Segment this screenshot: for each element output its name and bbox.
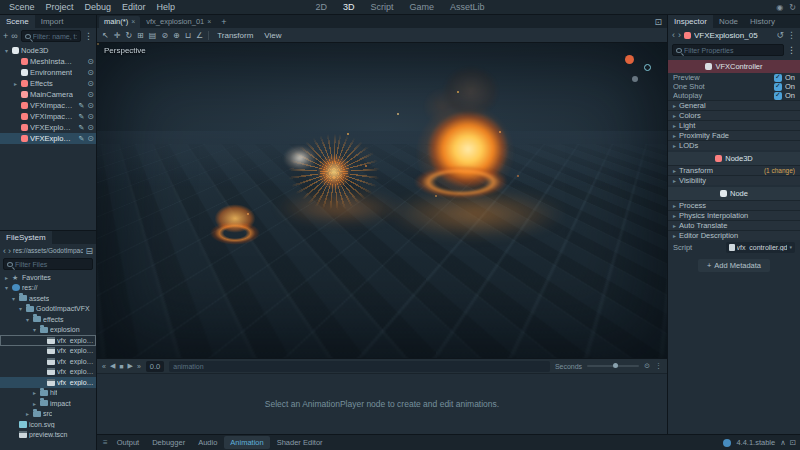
- filesystem-item[interactable]: preview.tscn: [0, 430, 96, 441]
- scene-filter-box[interactable]: [21, 30, 81, 42]
- category-node[interactable]: Node: [668, 187, 800, 200]
- stop-icon[interactable]: ■: [119, 363, 123, 370]
- scene-tree-node[interactable]: VFXImpact_03 ✎ ⊙: [0, 111, 96, 122]
- category-vfxcontroller[interactable]: VFXController: [668, 60, 800, 73]
- scene-tree-node[interactable]: ▾ Node3D ✎ ⊙: [0, 45, 96, 56]
- bottom-panel-list-icon[interactable]: ≡: [101, 438, 110, 447]
- expand-arrow-icon[interactable]: ▸: [12, 80, 19, 87]
- filesystem-item[interactable]: ▸ Favorites: [0, 272, 96, 283]
- visibility-toggle-icon[interactable]: ⊙: [87, 101, 94, 110]
- scene-tab[interactable]: vfx_explosion_01 ×: [141, 16, 216, 28]
- scene-filter-input[interactable]: [33, 33, 77, 40]
- inspector-dock-tab[interactable]: Inspector: [668, 15, 713, 28]
- workspace-button[interactable]: 3D: [339, 2, 359, 12]
- workspace-button[interactable]: 2D: [311, 2, 331, 12]
- edit-menu-icon[interactable]: ⋮: [655, 362, 662, 370]
- checkbox[interactable]: [774, 74, 782, 82]
- go-to-end-icon[interactable]: »: [137, 363, 141, 370]
- inspector-section[interactable]: Auto Translate: [668, 220, 800, 230]
- inspector-section[interactable]: Physics Interpolation: [668, 210, 800, 220]
- inspector-section[interactable]: Light: [668, 120, 800, 130]
- workspace-button[interactable]: Game: [406, 2, 439, 12]
- filesystem-item[interactable]: vfx_explosion_04.tscn: [0, 367, 96, 378]
- expand-arrow-icon[interactable]: ▾: [24, 316, 31, 323]
- inspector-dock-tab[interactable]: History: [744, 15, 781, 28]
- script-dropdown[interactable]: vfx_controller.gd ▾: [726, 242, 796, 253]
- filesystem-dock-tab[interactable]: FileSystem: [0, 231, 52, 244]
- bottom-panel-tab[interactable]: Debugger: [146, 436, 191, 449]
- nav-back-icon[interactable]: ‹: [3, 246, 6, 256]
- filesystem-item[interactable]: ▾ GodotImpactVFX: [0, 304, 96, 315]
- menu-item[interactable]: Project: [41, 1, 79, 13]
- inspector-section[interactable]: Editor Description: [668, 230, 800, 240]
- filesystem-item[interactable]: icon.svg: [0, 419, 96, 430]
- scene-tab[interactable]: main(*) ×: [99, 16, 140, 28]
- axis-y-handle[interactable]: [644, 64, 651, 71]
- expand-arrow-icon[interactable]: ▸: [31, 400, 38, 407]
- checkbox[interactable]: [774, 92, 782, 100]
- expand-arrow-icon[interactable]: ▾: [3, 284, 10, 291]
- inspector-section[interactable]: LODs: [668, 140, 800, 150]
- inspector-section[interactable]: Colors: [668, 110, 800, 120]
- filesystem-item[interactable]: ▸ impact: [0, 398, 96, 409]
- ruler-tool-icon[interactable]: ∠: [196, 31, 203, 40]
- visibility-toggle-icon[interactable]: ⊙: [87, 90, 94, 99]
- scene-dock-tab[interactable]: Import: [35, 15, 70, 28]
- history-forward-icon[interactable]: ›: [678, 30, 681, 40]
- visibility-toggle-icon[interactable]: ⊙: [87, 123, 94, 132]
- viewport-menu[interactable]: Transform: [214, 31, 256, 40]
- inspector-section[interactable]: Transform (1 change): [668, 165, 800, 175]
- bottom-panel-tab[interactable]: Output: [111, 436, 146, 449]
- menu-item[interactable]: Scene: [4, 1, 40, 13]
- group-nodes-icon[interactable]: ⊔: [185, 31, 191, 40]
- close-tab-icon[interactable]: ×: [131, 18, 135, 25]
- menu-item[interactable]: Editor: [117, 1, 151, 13]
- filter-menu-icon[interactable]: ⋮: [787, 45, 796, 55]
- expand-arrow-icon[interactable]: ▾: [31, 326, 38, 333]
- scene-tree-node[interactable]: ▸ Effects ✎ ⊙: [0, 78, 96, 89]
- play-icon[interactable]: ▶: [128, 362, 133, 370]
- bottom-panel-tab[interactable]: Shader Editor: [271, 436, 329, 449]
- inspector-section[interactable]: General: [668, 100, 800, 110]
- viewport-menu[interactable]: View: [261, 31, 284, 40]
- inspector-section[interactable]: Process: [668, 200, 800, 210]
- attached-script-icon[interactable]: ✎: [78, 113, 84, 121]
- toggle-split-mode-icon[interactable]: ⊟: [85, 246, 93, 256]
- expand-arrow-icon[interactable]: ▸: [31, 389, 38, 396]
- workspace-button[interactable]: AssetLib: [446, 2, 489, 12]
- history-list-icon[interactable]: ↺: [776, 30, 784, 40]
- visibility-toggle-icon[interactable]: ⊙: [87, 134, 94, 143]
- select-tool-icon[interactable]: ↖: [102, 31, 109, 40]
- expand-arrow-icon[interactable]: ▸: [3, 274, 10, 281]
- scene-dock-tab[interactable]: Scene: [0, 15, 35, 28]
- category-node3d[interactable]: Node3D: [668, 152, 800, 165]
- scene-tree-node[interactable]: MeshInstance3D ✎ ⊙: [0, 56, 96, 67]
- play-backwards-icon[interactable]: ◀: [110, 362, 115, 370]
- timeline-units-dropdown[interactable]: Seconds: [555, 363, 582, 370]
- close-tab-icon[interactable]: ×: [207, 18, 211, 25]
- unlock-node-icon[interactable]: ⊕: [173, 31, 180, 40]
- expand-bottom-panel-icon[interactable]: ∧: [780, 438, 786, 447]
- add-node-icon[interactable]: +: [3, 31, 8, 41]
- scene-tree-node[interactable]: MainCamera ✎ ⊙: [0, 89, 96, 100]
- bottom-panel-tab[interactable]: Animation: [224, 436, 269, 449]
- expand-arrow-icon[interactable]: ▸: [24, 410, 31, 417]
- perspective-menu[interactable]: Perspective: [104, 46, 146, 55]
- filesystem-item[interactable]: ▸ hit: [0, 388, 96, 399]
- bottom-panel-tab[interactable]: Audio: [192, 436, 223, 449]
- scene-tree-node[interactable]: Environment ✎ ⊙: [0, 67, 96, 78]
- movie-maker-icon[interactable]: ◉: [776, 3, 783, 12]
- scene-tree-node[interactable]: VFXExplosion_05 ✎ ⊙: [0, 133, 96, 144]
- scene-tree-node[interactable]: VFXExplosion_04 ✎ ⊙: [0, 122, 96, 133]
- history-back-icon[interactable]: ‹: [672, 30, 675, 40]
- add-scene-tab-icon[interactable]: +: [217, 17, 230, 27]
- inspector-menu-icon[interactable]: ⋮: [787, 30, 796, 40]
- list-select-tool-icon[interactable]: ▤: [149, 31, 157, 40]
- filesystem-item[interactable]: ▸ src: [0, 409, 96, 420]
- attached-script-icon[interactable]: ✎: [78, 135, 84, 143]
- file-filter-input[interactable]: [15, 261, 89, 268]
- scene-more-icon[interactable]: ⋮: [84, 31, 93, 41]
- filesystem-item[interactable]: ▾ effects: [0, 314, 96, 325]
- menu-item[interactable]: Help: [152, 1, 181, 13]
- scene-tree-node[interactable]: VFXImpact_01 ✎ ⊙: [0, 100, 96, 111]
